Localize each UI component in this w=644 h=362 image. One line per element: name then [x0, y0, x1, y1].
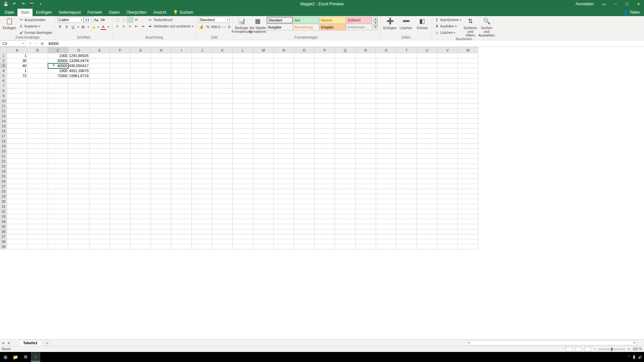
cell[interactable] — [294, 78, 315, 83]
cell[interactable] — [28, 94, 48, 99]
cell[interactable] — [7, 189, 28, 194]
cell[interactable] — [130, 119, 151, 124]
cell[interactable] — [253, 219, 274, 224]
cell[interactable] — [356, 99, 376, 104]
column-header[interactable]: U — [417, 47, 437, 53]
cell[interactable] — [151, 184, 171, 189]
cell[interactable] — [28, 83, 48, 88]
cell[interactable] — [458, 184, 478, 189]
cell[interactable] — [437, 154, 458, 159]
cell[interactable] — [7, 174, 28, 179]
select-all-corner[interactable] — [0, 47, 7, 53]
merge-center-button[interactable]: ⬌Verbinden und zentrieren▾ — [147, 23, 194, 29]
cell[interactable] — [212, 99, 233, 104]
wrap-text-button[interactable]: ↩Textumbruch — [147, 17, 194, 23]
cell[interactable] — [110, 209, 130, 214]
page-layout-view-button[interactable] — [575, 347, 582, 352]
cell[interactable] — [417, 68, 437, 73]
cell[interactable] — [110, 244, 130, 249]
format-cells-button[interactable]: ◧Format — [415, 17, 430, 30]
cell[interactable] — [437, 174, 458, 179]
cell[interactable] — [356, 189, 376, 194]
cell[interactable] — [90, 224, 110, 229]
cell[interactable] — [212, 73, 233, 78]
cell[interactable] — [212, 174, 233, 179]
cell[interactable] — [130, 63, 151, 68]
cell[interactable] — [151, 119, 171, 124]
italic-button[interactable]: K — [64, 24, 70, 30]
cut-button[interactable]: ✂Ausschneiden — [18, 17, 53, 23]
cell[interactable] — [130, 164, 151, 169]
cell[interactable] — [28, 184, 48, 189]
row-header[interactable]: 27 — [0, 184, 7, 189]
cell[interactable] — [396, 99, 417, 104]
cell[interactable] — [171, 83, 192, 88]
cell[interactable] — [192, 229, 212, 234]
cell[interactable] — [48, 209, 68, 214]
cell[interactable] — [376, 139, 396, 144]
cell[interactable] — [68, 159, 90, 164]
cell[interactable] — [335, 73, 356, 78]
cell[interactable] — [417, 109, 437, 114]
cell[interactable] — [356, 219, 376, 224]
cell[interactable] — [437, 109, 458, 114]
cell[interactable] — [335, 63, 356, 68]
cell[interactable] — [396, 73, 417, 78]
cell[interactable] — [130, 184, 151, 189]
cell[interactable] — [110, 119, 130, 124]
column-header[interactable]: F — [110, 47, 130, 53]
cell[interactable] — [315, 68, 335, 73]
cell[interactable] — [171, 114, 192, 119]
cell[interactable] — [28, 63, 48, 68]
cell[interactable] — [233, 53, 253, 58]
cell[interactable] — [274, 83, 294, 88]
cell[interactable] — [356, 239, 376, 244]
cell[interactable] — [335, 179, 356, 184]
cell[interactable] — [376, 144, 396, 149]
column-header[interactable]: M — [253, 47, 274, 53]
cell[interactable] — [315, 199, 335, 204]
cell[interactable] — [437, 114, 458, 119]
cell[interactable] — [90, 189, 110, 194]
cell[interactable] — [294, 68, 315, 73]
cell[interactable] — [437, 214, 458, 219]
style-berechnung[interactable]: Berechnung — [293, 24, 319, 31]
cell[interactable]: 13288,0474 — [68, 58, 90, 63]
cell[interactable] — [356, 104, 376, 109]
row-header[interactable]: 10 — [0, 99, 7, 104]
cell[interactable] — [335, 164, 356, 169]
cell[interactable] — [192, 134, 212, 139]
cell[interactable] — [130, 78, 151, 83]
cell[interactable] — [376, 229, 396, 234]
cell[interactable] — [28, 109, 48, 114]
cell[interactable] — [437, 144, 458, 149]
column-header[interactable]: J — [192, 47, 212, 53]
cell[interactable] — [171, 229, 192, 234]
cell[interactable] — [396, 104, 417, 109]
cell[interactable] — [212, 149, 233, 154]
cell[interactable] — [130, 129, 151, 134]
cell[interactable] — [110, 83, 130, 88]
cell[interactable] — [90, 159, 110, 164]
cell[interactable] — [294, 169, 315, 174]
cell[interactable] — [68, 214, 90, 219]
cell[interactable] — [192, 184, 212, 189]
cell[interactable] — [458, 134, 478, 139]
cell[interactable] — [130, 239, 151, 244]
cell[interactable] — [253, 134, 274, 139]
cell[interactable] — [212, 214, 233, 219]
cell[interactable] — [274, 73, 294, 78]
cell[interactable] — [90, 149, 110, 154]
cell[interactable] — [253, 244, 274, 249]
cell[interactable] — [90, 219, 110, 224]
cell[interactable] — [417, 189, 437, 194]
cell[interactable] — [110, 139, 130, 144]
cell[interactable] — [90, 199, 110, 204]
cell[interactable] — [396, 109, 417, 114]
tab-insert[interactable]: Einfügen — [33, 9, 55, 16]
row-header[interactable]: 12 — [0, 109, 7, 114]
cell[interactable] — [335, 109, 356, 114]
cell[interactable] — [396, 244, 417, 249]
cell[interactable] — [458, 114, 478, 119]
cell[interactable] — [356, 194, 376, 199]
